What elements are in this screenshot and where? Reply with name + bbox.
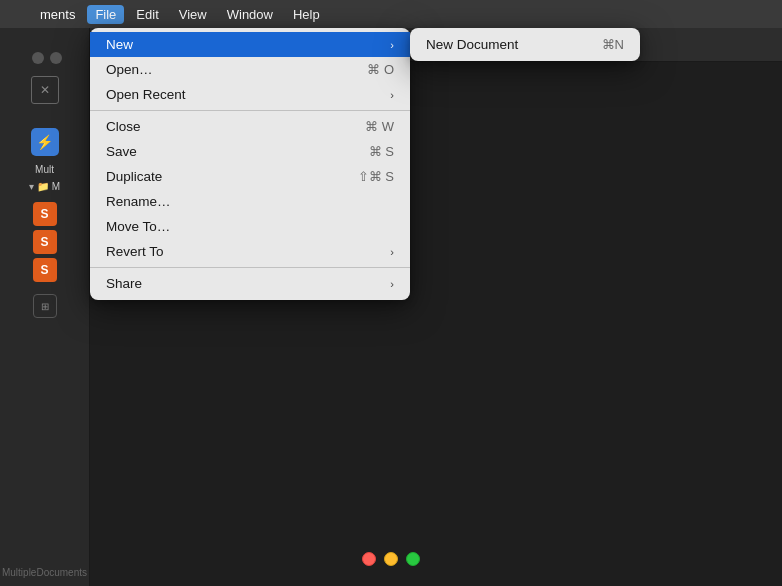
submenu-arrow-share: › xyxy=(390,278,394,290)
menu-item-new[interactable]: New › xyxy=(90,32,410,57)
menu-item-rename-label: Rename… xyxy=(106,194,171,209)
menu-item-move-to-label: Move To… xyxy=(106,219,170,234)
traffic-light-minimize[interactable] xyxy=(384,552,398,566)
menu-item-revert-to-label: Revert To xyxy=(106,244,164,259)
menu-item-revert-to[interactable]: Revert To › xyxy=(90,239,410,264)
submenu-item-new-document[interactable]: New Document ⌘N xyxy=(410,32,640,57)
new-document-shortcut: ⌘N xyxy=(602,37,624,52)
traffic-light-maximize[interactable] xyxy=(406,552,420,566)
menu-item-close-shortcut: ⌘ W xyxy=(365,119,394,134)
traffic-lights xyxy=(362,552,420,566)
separator-1 xyxy=(90,110,410,111)
menu-item-save-shortcut: ⌘ S xyxy=(369,144,394,159)
separator-2 xyxy=(90,267,410,268)
menu-item-open-recent-label: Open Recent xyxy=(106,87,186,102)
menu-item-save[interactable]: Save ⌘ S xyxy=(90,139,410,164)
menu-item-duplicate-shortcut: ⇧⌘ S xyxy=(358,169,394,184)
new-document-label: New Document xyxy=(426,37,518,52)
menu-item-share[interactable]: Share › xyxy=(90,271,410,296)
menu-item-open[interactable]: Open… ⌘ O xyxy=(90,57,410,82)
menu-item-open-label: Open… xyxy=(106,62,153,77)
menu-item-close-label: Close xyxy=(106,119,141,134)
menu-item-rename[interactable]: Rename… xyxy=(90,189,410,214)
submenu-arrow-revert: › xyxy=(390,246,394,258)
submenu-arrow-new: › xyxy=(390,39,394,51)
menu-item-new-label: New xyxy=(106,37,133,52)
traffic-light-close[interactable] xyxy=(362,552,376,566)
menu-item-open-recent[interactable]: Open Recent › xyxy=(90,82,410,107)
file-dropdown-menu: New › Open… ⌘ O Open Recent › Close ⌘ W … xyxy=(90,28,410,300)
menu-item-save-label: Save xyxy=(106,144,137,159)
menu-item-move-to[interactable]: Move To… xyxy=(90,214,410,239)
menu-overlay[interactable]: New › Open… ⌘ O Open Recent › Close ⌘ W … xyxy=(0,0,782,586)
menu-item-open-shortcut: ⌘ O xyxy=(367,62,394,77)
submenu-arrow-open-recent: › xyxy=(390,89,394,101)
menu-item-duplicate-label: Duplicate xyxy=(106,169,162,184)
menu-item-share-label: Share xyxy=(106,276,142,291)
new-submenu: New Document ⌘N xyxy=(410,28,640,61)
menu-item-close[interactable]: Close ⌘ W xyxy=(90,114,410,139)
menu-item-duplicate[interactable]: Duplicate ⇧⌘ S xyxy=(90,164,410,189)
